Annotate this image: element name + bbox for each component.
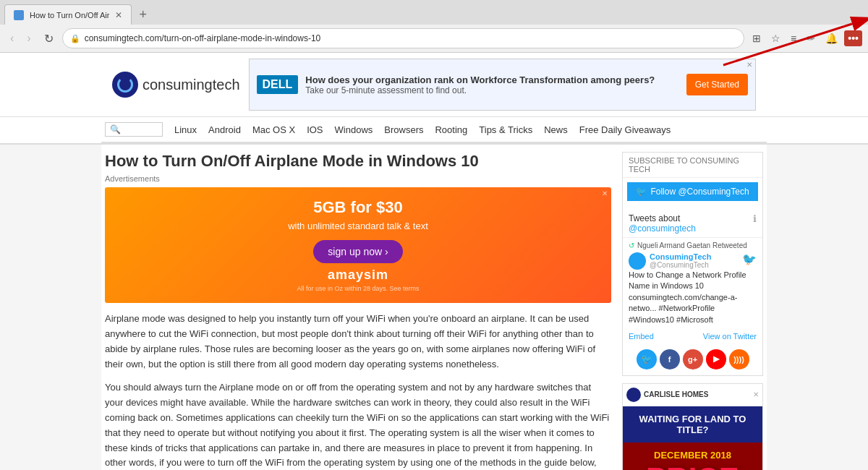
view-on-twitter-link[interactable]: View on Twitter (703, 332, 757, 341)
social-icons-row: 🐦 f g+ ▶ )))) (623, 343, 762, 375)
sidebar-ad-close[interactable]: ✕ (753, 390, 759, 398)
ad-fine: All for use in Oz within 28 days. See te… (116, 285, 600, 292)
more-options-button[interactable]: ••• (844, 30, 862, 46)
tab-bar: How to Turn On/Off Air ✕ + (0, 0, 868, 25)
refresh-button[interactable]: ↻ (40, 30, 58, 48)
tweet-avatar (629, 252, 646, 270)
retweeted-label: ↺ Ngueli Armand Gaetan Retweeted (629, 242, 757, 249)
retweet-icon: ↺ (629, 242, 634, 249)
ad-close-button[interactable]: ✕ (602, 189, 608, 197)
content-area: How to Turn On/Off Airplane Mode in Wind… (105, 152, 611, 470)
twitter-social-icon[interactable]: 🐦 (637, 349, 657, 369)
page-wrapper: consumingtech ✕ DELL How does your organ… (0, 53, 868, 470)
embed-link[interactable]: Embed (629, 332, 654, 341)
google-plus-social-icon[interactable]: g+ (683, 349, 703, 369)
nav-actions: ⊞ ☆ ≡ ✏ 🔔 ••• (749, 30, 862, 46)
tab-close-button[interactable]: ✕ (115, 10, 122, 20)
edit-button[interactable]: ✏ (803, 30, 819, 46)
ad-headline: 5GB for $30 (116, 198, 600, 217)
tweets-info-icon: ℹ (753, 213, 757, 234)
ads-label: Advertisements (105, 174, 611, 183)
banner-ad: ✕ DELL How does your organization rank o… (249, 59, 756, 111)
tweet-content: How to Change a Network Profile Name in … (629, 270, 757, 325)
tweet-actions: Embed View on Twitter (623, 329, 762, 343)
reader-mode-button[interactable]: ⊞ (749, 30, 765, 46)
subscribe-box: SUBSCRIBE TO CONSUMING TECH 🐦 Follow @Co… (622, 152, 763, 376)
carlisle-brand: CARLISLE HOMES (644, 390, 708, 398)
carlisle-date: DECEMBER 2018 (629, 450, 757, 461)
sidebar-ad: CARLISLE HOMES ✕ WAITING FOR LAND TO TIT… (622, 383, 763, 470)
bookmark-button[interactable]: ☆ (767, 30, 784, 46)
article-title: How to Turn On/Off Airplane Mode in Wind… (105, 152, 611, 171)
nav-bar: ‹ › ↻ 🔒 consumingtech.com/turn-on-off-ai… (0, 25, 868, 52)
address-text: consumingtech.com/turn-on-off-airplane-m… (85, 33, 736, 43)
banner-ad-close[interactable]: ✕ (746, 61, 752, 69)
new-tab-button[interactable]: + (135, 7, 151, 22)
twitter-bird-icon: 🐦 (636, 187, 647, 197)
search-input[interactable] (105, 122, 163, 137)
carlisle-price: PRICE (629, 463, 757, 470)
site-nav: Linux Android Mac OS X IOS Windows Brows… (101, 117, 767, 143)
carlisle-logo-row: CARLISLE HOMES (626, 388, 708, 402)
nav-browsers[interactable]: Browsers (378, 119, 429, 141)
ad-signup-button[interactable]: sign up now › (313, 240, 402, 263)
tweets-user-link[interactable]: @consumingtech (629, 223, 696, 234)
nav-tips[interactable]: Tips & Tricks (473, 119, 538, 141)
nav-windows[interactable]: Windows (329, 119, 379, 141)
article-paragraph-1: Airplane mode was designed to help you i… (105, 312, 611, 372)
site-logo[interactable]: consumingtech (112, 72, 240, 98)
carlisle-headline: WAITING FOR LAND TO TITLE? (629, 414, 757, 435)
nav-linux[interactable]: Linux (169, 119, 203, 141)
follow-twitter-button[interactable]: 🐦 Follow @ConsumingTech (627, 182, 758, 201)
lock-icon: 🔒 (70, 34, 80, 43)
subscribe-title: SUBSCRIBE TO CONSUMING TECH (623, 153, 762, 178)
nav-news[interactable]: News (538, 119, 574, 141)
dell-logo-area: DELL (257, 75, 299, 94)
rss-social-icon[interactable]: )))) (729, 349, 749, 369)
forward-button[interactable]: › (22, 30, 35, 47)
tweets-label: Tweets about @consumingtech (629, 213, 696, 234)
dell-logo: DELL (257, 75, 299, 94)
article-ad-box: ✕ 5GB for $30 with unlimited standard ta… (105, 187, 611, 303)
notifications-button[interactable]: 🔔 (822, 30, 841, 46)
banner-ad-content: How does your organization rank on Workf… (305, 74, 678, 95)
twitter-bird-small: 🐦 (742, 252, 757, 270)
banner-ad-subtext: Take our 5-minute assessment to find out… (305, 85, 678, 95)
sidebar: SUBSCRIBE TO CONSUMING TECH 🐦 Follow @Co… (622, 152, 763, 470)
tab-favicon (14, 10, 24, 20)
banner-ad-cta-button[interactable]: Get Started (686, 74, 748, 95)
ad-sub: with unlimited standard talk & text (116, 220, 600, 233)
tweet-username: ConsumingTech (650, 252, 711, 261)
back-button[interactable]: ‹ (6, 30, 18, 47)
sidebar-ad-bottom: DECEMBER 2018 PRICE LOCK (623, 443, 762, 470)
youtube-social-icon[interactable]: ▶ (706, 349, 726, 369)
page-content: consumingtech ✕ DELL How does your organ… (0, 53, 868, 470)
logo-text: consumingtech (142, 77, 240, 93)
active-tab[interactable]: How to Turn On/Off Air ✕ (4, 4, 132, 25)
ad-brand: amaysim (116, 268, 600, 283)
logo-spiral (117, 77, 133, 93)
article-paragraph-2: You should always turn the Airplane mode… (105, 380, 611, 470)
tweet-item: ↺ Ngueli Armand Gaetan Retweeted Consumi… (623, 237, 762, 329)
nav-giveaways[interactable]: Free Daily Giveaways (574, 119, 676, 141)
nav-rooting[interactable]: Rooting (429, 119, 473, 141)
article-body: Airplane mode was designed to help you i… (105, 312, 611, 470)
nav-android[interactable]: Android (203, 119, 247, 141)
logo-icon (112, 72, 138, 98)
banner-ad-headline: How does your organization rank on Workf… (305, 74, 678, 85)
nav-ios[interactable]: IOS (301, 119, 328, 141)
tweet-handle: @ConsumingTech (650, 261, 711, 269)
address-bar[interactable]: 🔒 consumingtech.com/turn-on-off-airplane… (62, 28, 744, 48)
main-container: How to Turn On/Off Airplane Mode in Wind… (101, 145, 767, 470)
carlisle-logo-icon (626, 388, 641, 402)
nav-macosx[interactable]: Mac OS X (247, 119, 301, 141)
facebook-social-icon[interactable]: f (660, 349, 680, 369)
tab-title: How to Turn On/Off Air (30, 11, 109, 20)
tweets-header: Tweets about @consumingtech ℹ (623, 210, 762, 237)
menu-button[interactable]: ≡ (787, 30, 800, 46)
sidebar-ad-top: WAITING FOR LAND TO TITLE? (623, 406, 762, 443)
